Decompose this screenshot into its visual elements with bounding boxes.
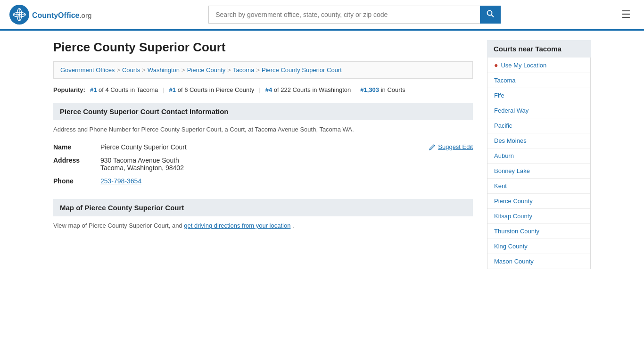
sidebar-item-pacific: Pacific — [487, 118, 590, 133]
contact-description: Address and Phone Number for Pierce Coun… — [53, 126, 473, 133]
sidebar-item-thurston-county: Thurston County — [487, 224, 590, 239]
sidebar-link-federal-way[interactable]: Federal Way — [487, 103, 590, 118]
address-label: Address — [53, 154, 100, 174]
directions-link[interactable]: get driving directions from your locatio… — [184, 222, 290, 229]
use-location-label: Use My Location — [501, 62, 546, 69]
map-section-header: Map of Pierce County Superior Court — [53, 199, 473, 216]
pop-item-1: #1 of 4 Courts in Tacoma — [90, 86, 158, 93]
address-line2: Tacoma, Washington, 98402 — [100, 164, 473, 172]
pop-divider-1: | — [163, 86, 164, 93]
table-row: Phone 253-798-3654 — [53, 174, 473, 188]
sidebar-link-pacific[interactable]: Pacific — [487, 118, 590, 133]
address-value: 930 Tacoma Avenue South Tacoma, Washingt… — [100, 154, 473, 174]
popularity-row: Popularity: #1 of 4 Courts in Tacoma | #… — [53, 86, 473, 93]
map-desc-after: . — [292, 222, 294, 229]
main-container: Pierce County Superior Court Government … — [39, 31, 605, 279]
pop-total: #1,303 in Courts — [360, 86, 405, 93]
sidebar-item-pierce-county: Pierce County — [487, 194, 590, 209]
sidebar-item-des-moines: Des Moines — [487, 133, 590, 148]
location-pin-icon: ● — [494, 61, 498, 69]
breadcrumb-sep: > — [182, 66, 185, 74]
sidebar-link-bonney-lake[interactable]: Bonney Lake — [487, 164, 590, 178]
sidebar-link-des-moines[interactable]: Des Moines — [487, 133, 590, 148]
search-button[interactable] — [480, 6, 501, 24]
breadcrumb: Government Offices > Courts > Washington… — [53, 61, 473, 79]
breadcrumb-item-government-offices[interactable]: Government Offices — [60, 66, 115, 74]
address-line1: 930 Tacoma Avenue South — [100, 156, 473, 164]
logo-icon — [9, 5, 29, 25]
breadcrumb-item-current[interactable]: Pierce County Superior Court — [262, 66, 342, 74]
sidebar-item-kitsap-county: Kitsap County — [487, 209, 590, 224]
sidebar-link-king-county[interactable]: King County — [487, 239, 590, 254]
sidebar-item-auburn: Auburn — [487, 148, 590, 164]
sidebar-link-pierce-county[interactable]: Pierce County — [487, 194, 590, 208]
contact-section-header: Pierce County Superior Court Contact Inf… — [53, 103, 473, 120]
sidebar-item-use-location: ● Use My Location — [487, 58, 590, 73]
phone-link[interactable]: 253-798-3654 — [100, 177, 141, 185]
sidebar-item-bonney-lake: Bonney Lake — [487, 164, 590, 179]
breadcrumb-sep: > — [142, 66, 146, 74]
menu-button[interactable]: ☰ — [618, 7, 635, 23]
breadcrumb-item-pierce-county[interactable]: Pierce County — [187, 66, 226, 74]
sidebar-item-fife: Fife — [487, 88, 590, 103]
name-value: Pierce County Superior Court Suggest Edi… — [100, 140, 473, 154]
phone-label: Phone — [53, 174, 100, 188]
sidebar-link-mason-county[interactable]: Mason County — [487, 254, 590, 269]
svg-line-7 — [492, 15, 494, 17]
sidebar-link-auburn[interactable]: Auburn — [487, 148, 590, 163]
suggest-edit-link[interactable]: Suggest Edit — [429, 143, 473, 150]
breadcrumb-item-tacoma[interactable]: Tacoma — [233, 66, 255, 74]
sidebar-item-kent: Kent — [487, 179, 590, 194]
contact-section: Pierce County Superior Court Contact Inf… — [53, 103, 473, 188]
name-text: Pierce County Superior Court — [100, 143, 187, 151]
sidebar-link-kitsap-county[interactable]: Kitsap County — [487, 209, 590, 223]
use-location-link[interactable]: ● Use My Location — [487, 58, 590, 73]
sidebar-item-mason-county: Mason County — [487, 254, 590, 269]
header-right: ☰ — [618, 7, 635, 23]
contact-info-table: Name Pierce County Superior Court Sugges… — [53, 140, 473, 188]
sidebar-title: Courts near Tacoma — [487, 40, 591, 58]
search-input[interactable] — [208, 6, 480, 24]
sidebar-link-tacoma[interactable]: Tacoma — [487, 73, 590, 88]
sidebar-list: ● Use My Location Tacoma Fife Federal Wa… — [487, 58, 591, 269]
site-header: CountyOffice.org ☰ — [0, 0, 644, 31]
breadcrumb-sep: > — [227, 66, 231, 74]
content-area: Pierce County Superior Court Government … — [53, 40, 473, 269]
sidebar-link-fife[interactable]: Fife — [487, 88, 590, 103]
table-row: Name Pierce County Superior Court Sugges… — [53, 140, 473, 154]
suggest-edit-label: Suggest Edit — [438, 143, 473, 150]
breadcrumb-sep: > — [116, 66, 120, 74]
map-description: View map of Pierce County Superior Court… — [53, 222, 473, 229]
sidebar-item-king-county: King County — [487, 239, 590, 254]
table-row: Address 930 Tacoma Avenue South Tacoma, … — [53, 154, 473, 174]
sidebar-item-federal-way: Federal Way — [487, 103, 590, 118]
sidebar-link-kent[interactable]: Kent — [487, 179, 590, 193]
page-title: Pierce County Superior Court — [53, 40, 473, 55]
logo-area: CountyOffice.org — [9, 5, 91, 25]
sidebar-link-thurston-county[interactable]: Thurston County — [487, 224, 590, 239]
phone-value: 253-798-3654 — [100, 174, 473, 188]
pop-item-2: #1 of 6 Courts in Pierce County — [169, 86, 255, 93]
breadcrumb-sep: > — [256, 66, 260, 74]
breadcrumb-item-washington[interactable]: Washington — [148, 66, 180, 74]
logo-text: CountyOffice.org — [32, 9, 91, 20]
sidebar: Courts near Tacoma ● Use My Location Tac… — [487, 40, 591, 269]
search-area — [208, 6, 501, 24]
map-section: Map of Pierce County Superior Court View… — [53, 199, 473, 229]
name-label: Name — [53, 140, 100, 154]
sidebar-item-tacoma: Tacoma — [487, 73, 590, 88]
pop-divider-2: | — [259, 86, 260, 93]
breadcrumb-item-courts[interactable]: Courts — [122, 66, 140, 74]
svg-point-6 — [487, 11, 492, 16]
map-desc-before: View map of Pierce County Superior Court… — [53, 222, 184, 229]
popularity-label: Popularity: — [53, 86, 85, 93]
suggest-edit-icon — [429, 144, 436, 150]
pop-item-3: #4 of 222 Courts in Washington — [265, 86, 351, 93]
